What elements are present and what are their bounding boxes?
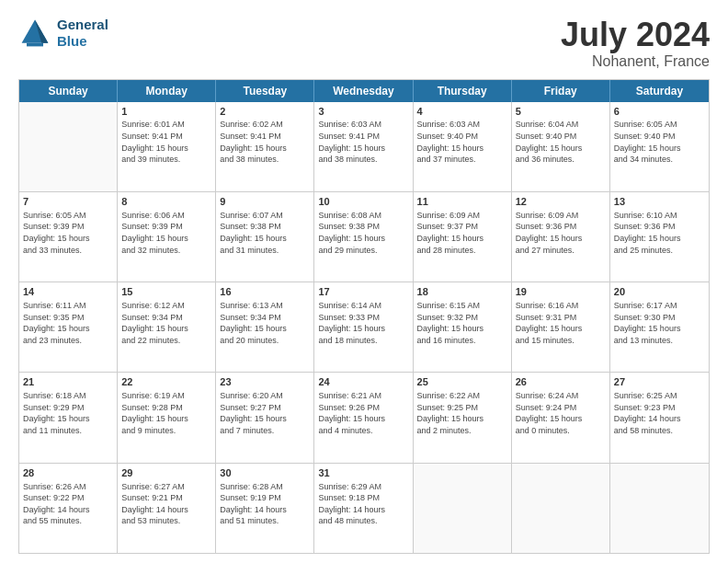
- calendar-cell: [414, 464, 512, 553]
- day-number: 1: [121, 105, 211, 119]
- calendar-row: 21Sunrise: 6:18 AM Sunset: 9:29 PM Dayli…: [19, 372, 709, 462]
- cell-info: Sunrise: 6:05 AM Sunset: 9:40 PM Dayligh…: [614, 119, 705, 165]
- cell-info: Sunrise: 6:25 AM Sunset: 9:23 PM Dayligh…: [614, 390, 705, 436]
- day-number: 9: [220, 195, 310, 209]
- day-number: 22: [121, 375, 211, 389]
- cell-info: Sunrise: 6:17 AM Sunset: 9:30 PM Dayligh…: [614, 300, 705, 346]
- calendar-cell: 4Sunrise: 6:03 AM Sunset: 9:40 PM Daylig…: [414, 102, 512, 191]
- calendar-cell: 13Sunrise: 6:10 AM Sunset: 9:36 PM Dayli…: [610, 192, 709, 282]
- calendar-header: SundayMondayTuesdayWednesdayThursdayFrid…: [19, 80, 709, 102]
- logo-text: General Blue: [57, 17, 108, 50]
- calendar: SundayMondayTuesdayWednesdayThursdayFrid…: [18, 79, 710, 554]
- day-number: 10: [318, 195, 408, 209]
- day-number: 18: [417, 285, 507, 299]
- day-number: 14: [23, 285, 113, 299]
- day-number: 2: [220, 105, 310, 119]
- cell-info: Sunrise: 6:11 AM Sunset: 9:35 PM Dayligh…: [23, 300, 113, 346]
- cell-info: Sunrise: 6:21 AM Sunset: 9:26 PM Dayligh…: [318, 390, 408, 436]
- calendar-cell: 24Sunrise: 6:21 AM Sunset: 9:26 PM Dayli…: [314, 373, 413, 462]
- calendar-header-cell: Wednesday: [314, 80, 413, 102]
- day-number: 17: [318, 285, 408, 299]
- calendar-cell: 5Sunrise: 6:04 AM Sunset: 9:40 PM Daylig…: [512, 102, 610, 191]
- calendar-cell: 22Sunrise: 6:19 AM Sunset: 9:28 PM Dayli…: [118, 373, 216, 462]
- calendar-cell: 27Sunrise: 6:25 AM Sunset: 9:23 PM Dayli…: [610, 373, 709, 462]
- calendar-cell: 21Sunrise: 6:18 AM Sunset: 9:29 PM Dayli…: [19, 373, 118, 462]
- calendar-cell: 19Sunrise: 6:16 AM Sunset: 9:31 PM Dayli…: [512, 282, 610, 372]
- day-number: 23: [220, 375, 310, 389]
- day-number: 25: [417, 375, 507, 389]
- main-title: July 2024: [561, 17, 710, 53]
- calendar-cell: 10Sunrise: 6:08 AM Sunset: 9:38 PM Dayli…: [314, 192, 413, 282]
- cell-info: Sunrise: 6:13 AM Sunset: 9:34 PM Dayligh…: [220, 300, 310, 346]
- calendar-header-cell: Saturday: [610, 80, 709, 102]
- calendar-cell: [610, 464, 709, 553]
- calendar-cell: 23Sunrise: 6:20 AM Sunset: 9:27 PM Dayli…: [216, 373, 314, 462]
- cell-info: Sunrise: 6:04 AM Sunset: 9:40 PM Dayligh…: [516, 119, 606, 165]
- cell-info: Sunrise: 6:03 AM Sunset: 9:41 PM Dayligh…: [318, 119, 408, 165]
- calendar-body: 1Sunrise: 6:01 AM Sunset: 9:41 PM Daylig…: [19, 102, 709, 553]
- calendar-row: 1Sunrise: 6:01 AM Sunset: 9:41 PM Daylig…: [19, 102, 709, 191]
- calendar-cell: 1Sunrise: 6:01 AM Sunset: 9:41 PM Daylig…: [118, 102, 216, 191]
- day-number: 11: [417, 195, 507, 209]
- day-number: 5: [516, 105, 606, 119]
- day-number: 19: [516, 285, 606, 299]
- logo-icon: [18, 17, 51, 50]
- day-number: 29: [121, 466, 211, 480]
- calendar-cell: [512, 464, 610, 553]
- cell-info: Sunrise: 6:16 AM Sunset: 9:31 PM Dayligh…: [516, 300, 606, 346]
- day-number: 8: [121, 195, 211, 209]
- cell-info: Sunrise: 6:26 AM Sunset: 9:22 PM Dayligh…: [23, 481, 113, 527]
- calendar-cell: 29Sunrise: 6:27 AM Sunset: 9:21 PM Dayli…: [118, 464, 216, 553]
- calendar-cell: 30Sunrise: 6:28 AM Sunset: 9:19 PM Dayli…: [216, 464, 314, 553]
- header: General Blue July 2024 Nohanent, France: [18, 17, 710, 70]
- calendar-header-cell: Friday: [512, 80, 610, 102]
- cell-info: Sunrise: 6:15 AM Sunset: 9:32 PM Dayligh…: [417, 300, 507, 346]
- subtitle: Nohanent, France: [561, 53, 710, 70]
- day-number: 3: [318, 105, 408, 119]
- calendar-cell: 15Sunrise: 6:12 AM Sunset: 9:34 PM Dayli…: [118, 282, 216, 372]
- cell-info: Sunrise: 6:19 AM Sunset: 9:28 PM Dayligh…: [121, 390, 211, 436]
- day-number: 28: [23, 466, 113, 480]
- cell-info: Sunrise: 6:01 AM Sunset: 9:41 PM Dayligh…: [121, 119, 211, 165]
- cell-info: Sunrise: 6:18 AM Sunset: 9:29 PM Dayligh…: [23, 390, 113, 436]
- cell-info: Sunrise: 6:02 AM Sunset: 9:41 PM Dayligh…: [220, 119, 310, 165]
- cell-info: Sunrise: 6:28 AM Sunset: 9:19 PM Dayligh…: [220, 481, 310, 527]
- svg-rect-2: [27, 43, 43, 47]
- calendar-row: 7Sunrise: 6:05 AM Sunset: 9:39 PM Daylig…: [19, 191, 709, 282]
- calendar-cell: 20Sunrise: 6:17 AM Sunset: 9:30 PM Dayli…: [610, 282, 709, 372]
- cell-info: Sunrise: 6:05 AM Sunset: 9:39 PM Dayligh…: [23, 210, 113, 256]
- day-number: 12: [516, 195, 606, 209]
- day-number: 6: [614, 105, 705, 119]
- calendar-cell: 31Sunrise: 6:29 AM Sunset: 9:18 PM Dayli…: [314, 464, 413, 553]
- cell-info: Sunrise: 6:14 AM Sunset: 9:33 PM Dayligh…: [318, 300, 408, 346]
- calendar-cell: 2Sunrise: 6:02 AM Sunset: 9:41 PM Daylig…: [216, 102, 314, 191]
- day-number: 30: [220, 466, 310, 480]
- calendar-cell: 12Sunrise: 6:09 AM Sunset: 9:36 PM Dayli…: [512, 192, 610, 282]
- calendar-cell: 25Sunrise: 6:22 AM Sunset: 9:25 PM Dayli…: [414, 373, 512, 462]
- logo-line1: General: [57, 17, 108, 33]
- day-number: 21: [23, 375, 113, 389]
- calendar-header-cell: Monday: [118, 80, 216, 102]
- calendar-header-cell: Thursday: [414, 80, 512, 102]
- cell-info: Sunrise: 6:29 AM Sunset: 9:18 PM Dayligh…: [318, 481, 408, 527]
- day-number: 16: [220, 285, 310, 299]
- title-block: July 2024 Nohanent, France: [561, 17, 710, 70]
- day-number: 7: [23, 195, 113, 209]
- calendar-cell: 18Sunrise: 6:15 AM Sunset: 9:32 PM Dayli…: [414, 282, 512, 372]
- cell-info: Sunrise: 6:03 AM Sunset: 9:40 PM Dayligh…: [417, 119, 507, 165]
- cell-info: Sunrise: 6:22 AM Sunset: 9:25 PM Dayligh…: [417, 390, 507, 436]
- day-number: 26: [516, 375, 606, 389]
- day-number: 24: [318, 375, 408, 389]
- day-number: 4: [417, 105, 507, 119]
- logo: General Blue: [18, 17, 108, 50]
- calendar-cell: 16Sunrise: 6:13 AM Sunset: 9:34 PM Dayli…: [216, 282, 314, 372]
- cell-info: Sunrise: 6:09 AM Sunset: 9:36 PM Dayligh…: [516, 210, 606, 256]
- calendar-cell: 8Sunrise: 6:06 AM Sunset: 9:39 PM Daylig…: [118, 192, 216, 282]
- calendar-cell: 11Sunrise: 6:09 AM Sunset: 9:37 PM Dayli…: [414, 192, 512, 282]
- calendar-cell: 26Sunrise: 6:24 AM Sunset: 9:24 PM Dayli…: [512, 373, 610, 462]
- cell-info: Sunrise: 6:24 AM Sunset: 9:24 PM Dayligh…: [516, 390, 606, 436]
- day-number: 15: [121, 285, 211, 299]
- calendar-cell: 28Sunrise: 6:26 AM Sunset: 9:22 PM Dayli…: [19, 464, 118, 553]
- logo-line2: Blue: [57, 33, 108, 50]
- calendar-cell: [19, 102, 118, 191]
